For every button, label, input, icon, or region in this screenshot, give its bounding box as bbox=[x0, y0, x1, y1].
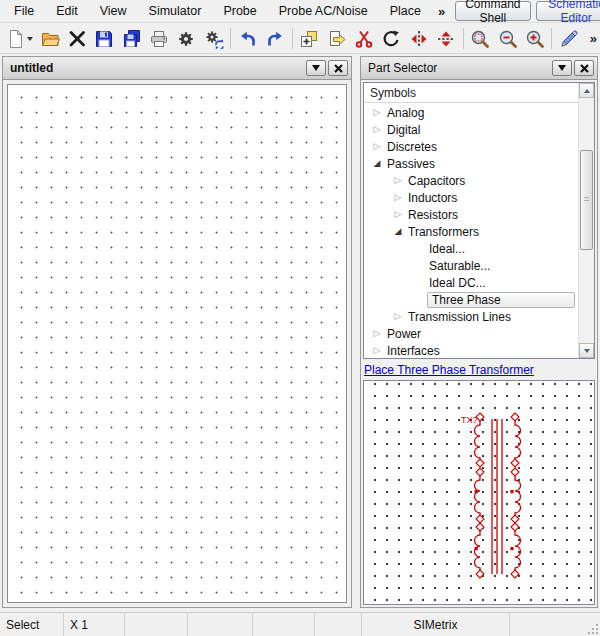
tree-scrollbar[interactable] bbox=[578, 83, 594, 358]
toolbar-separator bbox=[463, 28, 464, 49]
tree-item-capacitors[interactable]: ▷Capacitors bbox=[364, 172, 578, 189]
tree-item-digital[interactable]: ▷Digital bbox=[364, 121, 578, 138]
expand-arrow-icon[interactable]: ▷ bbox=[390, 308, 406, 325]
tree-item-interfaces[interactable]: ▷Interfaces bbox=[364, 342, 578, 359]
expand-arrow-icon[interactable]: ▷ bbox=[369, 325, 385, 342]
action-link-row: Place Three Phase Transformer bbox=[363, 359, 595, 380]
flip-vertical-button[interactable] bbox=[432, 25, 459, 52]
scroll-up-button[interactable] bbox=[579, 83, 594, 98]
part-selector-panel: Part Selector Symbols ▷Analog▷Digital▷Di… bbox=[360, 56, 598, 608]
undo-button[interactable] bbox=[234, 25, 261, 52]
part-selector-menu-button[interactable] bbox=[552, 60, 572, 76]
expand-arrow-icon[interactable]: ▷ bbox=[369, 138, 385, 155]
command-shell-button[interactable]: Command Shell bbox=[455, 1, 530, 21]
close-sheet-button[interactable] bbox=[63, 25, 90, 52]
menu-place[interactable]: Place bbox=[379, 1, 432, 22]
tree-item-saturable[interactable]: Saturable... bbox=[364, 257, 578, 274]
resize-grip-icon[interactable] bbox=[587, 623, 599, 635]
schematic-menu-button[interactable] bbox=[306, 60, 326, 76]
menu-view[interactable]: View bbox=[89, 1, 138, 22]
paste-page-button[interactable] bbox=[323, 25, 350, 52]
schematic-title: untitled bbox=[10, 61, 304, 75]
schematic-editor-button[interactable]: Schematic Editor bbox=[536, 1, 600, 21]
expand-arrow-icon[interactable]: ▷ bbox=[369, 104, 385, 121]
tree-item-passives[interactable]: ◢Passives bbox=[364, 155, 578, 172]
menu-overflow-chevron[interactable]: » bbox=[432, 4, 451, 19]
tree-item-label: Digital bbox=[385, 123, 420, 137]
symbols-tree: Symbols ▷Analog▷Digital▷Discretes◢Passiv… bbox=[363, 82, 595, 359]
expand-arrow-icon[interactable]: ▷ bbox=[390, 189, 406, 206]
tree-item-label: Ideal DC... bbox=[427, 276, 486, 290]
place-part-link[interactable]: Place Three Phase Transformer bbox=[364, 363, 534, 377]
tree-item-analog[interactable]: ▷Analog bbox=[364, 104, 578, 121]
tree-item-transmission-lines[interactable]: ▷Transmission Lines bbox=[364, 308, 578, 325]
status-cell-empty bbox=[253, 613, 315, 636]
chevron-down-icon bbox=[558, 65, 566, 71]
tree-item-resistors[interactable]: ▷Resistors bbox=[364, 206, 578, 223]
part-preview-canvas: TX? bbox=[363, 380, 595, 605]
rotate-button[interactable] bbox=[378, 25, 405, 52]
symbols-header: Symbols bbox=[364, 83, 578, 103]
tree-item-ideal-dc[interactable]: Ideal DC... bbox=[364, 274, 578, 291]
copy-add-page-icon bbox=[299, 29, 319, 49]
cut-scissors-icon bbox=[354, 29, 374, 49]
expand-arrow-icon[interactable]: ▷ bbox=[369, 121, 385, 138]
zoom-out-button[interactable] bbox=[494, 25, 521, 52]
schematic-canvas[interactable] bbox=[7, 84, 347, 603]
scroll-down-button[interactable] bbox=[579, 343, 594, 358]
expand-arrow-icon[interactable]: ▷ bbox=[369, 342, 385, 359]
settings-refresh-gear-button[interactable] bbox=[200, 25, 227, 52]
part-selector-content: Symbols ▷Analog▷Digital▷Discretes◢Passiv… bbox=[361, 80, 597, 607]
zoom-area-button[interactable] bbox=[467, 25, 494, 52]
main-area: untitled Part Selector bbox=[0, 54, 600, 612]
arrow-up-icon bbox=[584, 89, 590, 93]
toolbar-overflow-chevron[interactable]: » bbox=[590, 31, 597, 46]
tree-item-power[interactable]: ▷Power bbox=[364, 325, 578, 342]
part-reference-label: TX? bbox=[461, 415, 478, 425]
part-selector-title: Part Selector bbox=[368, 61, 550, 75]
statusbar: Select X 1 SIMetrix bbox=[0, 612, 600, 636]
menu-simulator[interactable]: Simulator bbox=[138, 1, 213, 22]
mirror-horizontal-icon bbox=[409, 29, 429, 49]
chevron-down-icon bbox=[312, 65, 320, 71]
schematic-close-button[interactable] bbox=[328, 60, 348, 76]
tree-item-ideal[interactable]: Ideal... bbox=[364, 240, 578, 257]
collapse-arrow-icon[interactable]: ◢ bbox=[369, 155, 385, 172]
tree-item-inductors[interactable]: ▷Inductors bbox=[364, 189, 578, 206]
menu-file[interactable]: File bbox=[3, 1, 45, 22]
tree-item-three-phase[interactable]: Three Phase bbox=[364, 291, 578, 308]
scrollbar-thumb[interactable] bbox=[580, 150, 593, 250]
save-button[interactable] bbox=[91, 25, 118, 52]
open-file-button[interactable] bbox=[36, 25, 63, 52]
close-icon bbox=[580, 64, 589, 73]
toolbar-separator bbox=[551, 28, 552, 49]
menu-items: FileEditViewSimulatorProbeProbe AC/Noise… bbox=[3, 1, 432, 22]
tree-item-label: Three Phase bbox=[432, 293, 501, 307]
zoom-in-button[interactable] bbox=[521, 25, 548, 52]
copy-add-page-button[interactable] bbox=[296, 25, 323, 52]
draw-wire-pencil-button[interactable] bbox=[555, 25, 582, 52]
tree-item-transformers[interactable]: ◢Transformers bbox=[364, 223, 578, 240]
menu-edit[interactable]: Edit bbox=[45, 1, 89, 22]
tree-item-discretes[interactable]: ▷Discretes bbox=[364, 138, 578, 155]
redo-button[interactable] bbox=[262, 25, 289, 52]
menu-probe-ac-noise[interactable]: Probe AC/Noise bbox=[268, 1, 379, 22]
panel-splitter[interactable] bbox=[352, 56, 360, 608]
expand-arrow-icon[interactable]: ▷ bbox=[390, 206, 406, 223]
part-selector-close-button[interactable] bbox=[574, 60, 594, 76]
redo-icon bbox=[265, 29, 285, 49]
save-all-icon bbox=[122, 29, 142, 49]
selected-item-highlight: Three Phase bbox=[427, 292, 575, 308]
save-all-button[interactable] bbox=[118, 25, 145, 52]
new-schematic-button[interactable] bbox=[3, 25, 36, 52]
toolbar: » bbox=[0, 24, 600, 54]
settings-gear-button[interactable] bbox=[173, 25, 200, 52]
mirror-horizontal-button[interactable] bbox=[405, 25, 432, 52]
cut-scissors-button[interactable] bbox=[350, 25, 377, 52]
menu-probe[interactable]: Probe bbox=[212, 1, 267, 22]
undo-icon bbox=[238, 29, 258, 49]
expand-arrow-icon[interactable]: ▷ bbox=[390, 172, 406, 189]
schematic-panel: untitled bbox=[2, 56, 352, 608]
collapse-arrow-icon[interactable]: ◢ bbox=[390, 223, 406, 240]
print-button[interactable] bbox=[145, 25, 172, 52]
